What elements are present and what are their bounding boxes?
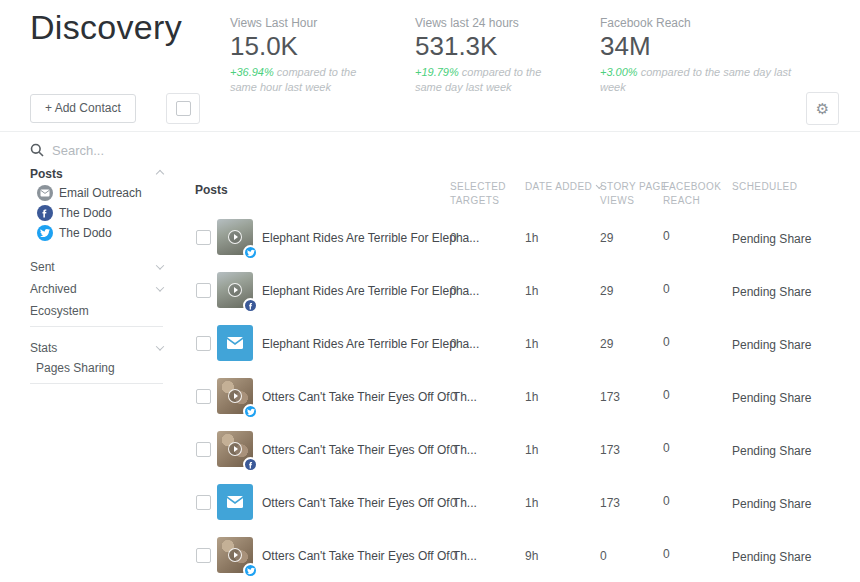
sidebar-account-item[interactable]: Email Outreach (30, 183, 163, 203)
row-checkbox[interactable] (196, 548, 211, 563)
facebook-reach-cell: 0 (663, 441, 670, 455)
facebook-reach-cell: 0 (663, 494, 670, 508)
sidebar-link-pages-sharing[interactable]: Pages Sharing (30, 359, 163, 377)
sidebar-link-label: Archived (30, 282, 77, 296)
sidebar-link-stats[interactable]: Stats (30, 337, 163, 359)
post-thumbnail[interactable] (217, 537, 253, 573)
row-checkbox[interactable] (196, 336, 211, 351)
sidebar-accounts: Email Outreach The Dodo (30, 183, 163, 243)
date-added-cell: 9h (525, 549, 538, 563)
stat-label: Facebook Reach (600, 16, 815, 30)
stats-strip: Views Last Hour 15.0K +36.94% compared t… (230, 16, 815, 95)
post-thumbnail[interactable] (217, 219, 253, 255)
discovery-page: Discovery Views Last Hour 15.0K +36.94% … (0, 0, 860, 582)
sidebar-link[interactable]: Archived (30, 278, 163, 300)
date-added-cell: 1h (525, 231, 538, 245)
table-row[interactable]: Elephant Rides Are Terrible For Elepha..… (195, 264, 835, 317)
row-checkbox[interactable] (196, 283, 211, 298)
settings-button[interactable]: ⚙ (806, 92, 839, 125)
sidebar-link-label: Sent (30, 260, 55, 274)
post-title[interactable]: Elephant Rides Are Terrible For Elepha..… (262, 337, 479, 351)
play-icon (228, 548, 242, 562)
play-icon (228, 442, 242, 456)
sidebar-link[interactable]: Ecosystem (30, 300, 163, 322)
selected-targets-cell: 0 (450, 443, 457, 457)
sidebar-divider (30, 326, 163, 327)
chevron-up-icon (156, 170, 164, 178)
stat-block: Facebook Reach 34M +3.00% compared to th… (600, 16, 815, 95)
posts-table: Posts SELECTED TARGETS DATE ADDED STORY … (195, 175, 835, 582)
post-title[interactable]: Otters Can't Take Their Eyes Off Of Th..… (262, 496, 477, 510)
sidebar-account-label: The Dodo (59, 206, 112, 220)
twitter-icon (243, 563, 258, 578)
gear-icon: ⚙ (816, 100, 829, 117)
search-bar[interactable] (30, 138, 830, 162)
post-title[interactable]: Elephant Rides Are Terrible For Elepha..… (262, 284, 479, 298)
facebook-reach-cell: 0 (663, 282, 670, 296)
sidebar: Posts Email Outreach (30, 165, 163, 384)
add-contact-button[interactable]: + Add Contact (30, 94, 136, 123)
sidebar-link[interactable]: Sent (30, 256, 163, 278)
post-thumbnail[interactable] (217, 484, 253, 520)
selected-targets-cell: 0 (450, 549, 457, 563)
table-row[interactable]: Otters Can't Take Their Eyes Off Of Th..… (195, 423, 835, 476)
play-icon (228, 389, 242, 403)
selected-targets-cell: 0 (450, 284, 457, 298)
twitter-icon (40, 228, 50, 238)
sidebar-section-stats: Stats Pages Sharing (30, 337, 163, 377)
header-divider (0, 131, 860, 132)
play-icon (228, 283, 242, 297)
post-title[interactable]: Elephant Rides Are Terrible For Elepha..… (262, 231, 479, 245)
sidebar-account-label: The Dodo (59, 226, 112, 240)
scheduled-cell: Pending Share (732, 497, 811, 511)
chevron-down-icon (156, 342, 164, 350)
story-page-views-cell: 0 (600, 549, 607, 563)
scheduled-cell: Pending Share (732, 338, 811, 352)
column-header[interactable]: SELECTED TARGETS (450, 180, 506, 207)
row-checkbox[interactable] (196, 389, 211, 404)
search-input[interactable] (52, 143, 452, 158)
sidebar-account-item[interactable]: The Dodo (30, 223, 163, 243)
story-page-views-cell: 173 (600, 443, 620, 457)
post-title[interactable]: Otters Can't Take Their Eyes Off Of Th..… (262, 443, 477, 457)
stat-delta-percent: +3.00% (600, 66, 638, 78)
row-checkbox[interactable] (196, 230, 211, 245)
table-header: Posts SELECTED TARGETS DATE ADDED STORY … (195, 175, 835, 211)
select-all-button[interactable] (166, 93, 200, 124)
story-page-views-cell: 173 (600, 390, 620, 404)
post-thumbnail[interactable] (217, 431, 253, 467)
table-rows: Elephant Rides Are Terrible For Elepha..… (195, 211, 835, 582)
table-row[interactable]: Otters Can't Take Their Eyes Off Of Th..… (195, 476, 835, 529)
table-row[interactable]: Otters Can't Take Their Eyes Off Of Th..… (195, 370, 835, 423)
table-row[interactable]: Otters Can't Take Their Eyes Off Of Th..… (195, 529, 835, 582)
date-added-cell: 1h (525, 390, 538, 404)
scheduled-cell: Pending Share (732, 391, 811, 405)
post-thumbnail[interactable] (217, 378, 253, 414)
row-checkbox[interactable] (196, 495, 211, 510)
stat-block: Views last 24 hours 531.3K +19.79% compa… (415, 16, 575, 95)
facebook-icon (243, 457, 258, 472)
column-header[interactable]: STORY PAGE VIEWS (600, 180, 668, 207)
sidebar-account-item[interactable]: The Dodo (30, 203, 163, 223)
sidebar-section-posts[interactable]: Posts (30, 165, 163, 183)
scheduled-cell: Pending Share (732, 444, 811, 458)
post-thumbnail[interactable] (217, 325, 253, 361)
post-title[interactable]: Otters Can't Take Their Eyes Off Of Th..… (262, 549, 477, 563)
date-added-cell: 1h (525, 496, 538, 510)
date-added-cell: 1h (525, 443, 538, 457)
email-icon (226, 495, 244, 509)
row-checkbox[interactable] (196, 442, 211, 457)
column-header[interactable]: SCHEDULED (732, 180, 812, 194)
table-row[interactable]: Elephant Rides Are Terrible For Elepha..… (195, 211, 835, 264)
table-title: Posts (195, 183, 228, 197)
selected-targets-cell: 0 (450, 390, 457, 404)
table-row[interactable]: Elephant Rides Are Terrible For Elepha..… (195, 317, 835, 370)
post-title[interactable]: Otters Can't Take Their Eyes Off Of Th..… (262, 390, 477, 404)
post-thumbnail[interactable] (217, 272, 253, 308)
sidebar-account-label: Email Outreach (59, 186, 142, 200)
stat-delta-percent: +36.94% (230, 66, 274, 78)
column-header[interactable]: FACEBOOK REACH (663, 180, 723, 207)
select-all-checkbox[interactable] (176, 101, 191, 116)
date-added-cell: 1h (525, 284, 538, 298)
twitter-icon (243, 245, 258, 260)
